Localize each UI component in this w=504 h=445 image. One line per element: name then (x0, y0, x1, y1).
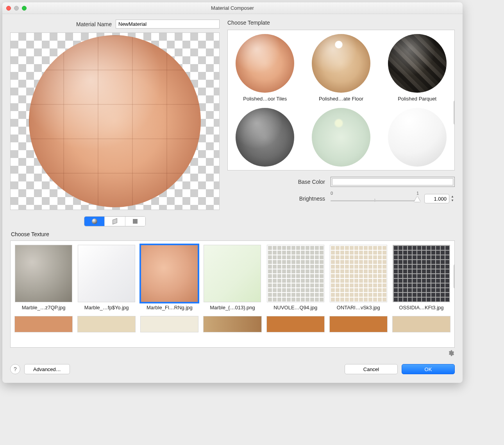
template-label: Polished Parquet (382, 96, 452, 102)
base-color-swatch[interactable] (331, 177, 455, 187)
cube-icon (113, 218, 117, 224)
material-name-label: Material Name (76, 21, 112, 27)
material-preview[interactable] (10, 32, 220, 210)
choose-texture-heading: Choose Texture (11, 231, 455, 237)
ok-button[interactable]: OK (402, 364, 455, 374)
texture-item[interactable] (266, 316, 325, 332)
template-preview-sphere (388, 108, 447, 167)
texture-thumbnail (78, 245, 135, 302)
titlebar: Material Composer (2, 2, 463, 14)
sphere-icon (92, 219, 97, 224)
texture-label: Marble_…z7QP.jpg (14, 305, 73, 310)
preview-sphere-button[interactable] (84, 217, 105, 226)
preview-shape-switch (84, 216, 146, 226)
material-name-input[interactable] (116, 20, 220, 29)
template-preview-sphere (236, 108, 294, 167)
preview-flat-button[interactable] (125, 217, 145, 226)
texture-thumbnail (393, 245, 450, 302)
template-preview-sphere (388, 34, 447, 93)
brightness-step-up[interactable]: ▲ (451, 195, 455, 198)
texture-item[interactable]: Marble_{…013}.png (203, 245, 261, 310)
template-preview-sphere (312, 34, 370, 93)
texture-thumbnail (141, 245, 198, 302)
texture-label: ONTARI…vSk3.jpg (329, 305, 388, 310)
template-list[interactable]: Polished…oor TilesPolished…ate FloorPoli… (227, 30, 455, 170)
texture-item[interactable] (203, 316, 261, 332)
settings-gear-icon[interactable] (447, 349, 455, 357)
help-button[interactable]: ? (10, 364, 20, 374)
template-item[interactable]: Polished Parquet (382, 32, 452, 102)
texture-item[interactable] (77, 316, 136, 332)
texture-item[interactable]: NUVOLE…Q94.jpg (266, 245, 325, 310)
template-item[interactable]: Polished…oor Tiles (230, 32, 300, 102)
preview-cube-button[interactable] (105, 217, 125, 226)
texture-label: NUVOLE…Q94.jpg (266, 305, 325, 310)
texture-item[interactable] (392, 316, 450, 332)
texture-label: OSSIDIA…KFt3.jpg (392, 305, 450, 310)
material-composer-window: Material Composer Material Name (2, 2, 463, 383)
brightness-min-label: 0 (331, 191, 333, 196)
template-item[interactable]: Polished…ate Floor (306, 32, 376, 102)
choose-template-heading: Choose Template (227, 20, 455, 26)
texture-item[interactable]: Marble_Fl…RNg.jpg (140, 245, 198, 310)
texture-label: Marble_…fp$Yo.jpg (77, 305, 136, 310)
texture-item[interactable] (140, 316, 198, 332)
texture-item[interactable] (14, 316, 73, 332)
base-color-label: Base Color (227, 179, 325, 185)
template-label: Polished…oor Tiles (230, 96, 300, 102)
template-label: Polished…ate Floor (306, 96, 376, 102)
cancel-button[interactable]: Cancel (345, 364, 398, 374)
texture-thumbnail (330, 245, 387, 302)
texture-item[interactable] (329, 316, 388, 332)
flat-icon (133, 219, 138, 224)
texture-scrollbar-thumb[interactable] (454, 264, 455, 289)
texture-thumbnail (204, 245, 261, 302)
brightness-label: Brightness (227, 196, 325, 202)
texture-thumbnail (267, 245, 324, 302)
texture-item[interactable]: Marble_…fp$Yo.jpg (77, 245, 136, 310)
template-preview-sphere (312, 108, 370, 167)
texture-item[interactable]: OSSIDIA…KFt3.jpg (392, 245, 450, 310)
texture-thumbnail (15, 245, 72, 302)
template-preview-sphere (236, 34, 294, 93)
advanced-button[interactable]: Advanced… (24, 364, 70, 374)
template-item[interactable] (306, 106, 376, 170)
texture-item[interactable]: ONTARI…vSk3.jpg (329, 245, 388, 310)
brightness-slider[interactable]: 0 1 (331, 193, 419, 204)
brightness-input[interactable] (424, 194, 449, 203)
texture-label: Marble_Fl…RNg.jpg (140, 305, 198, 310)
texture-label: Marble_{…013}.png (203, 305, 261, 310)
brightness-track (331, 200, 419, 201)
preview-sphere (29, 35, 201, 207)
texture-item[interactable]: Marble_…z7QP.jpg (14, 245, 73, 310)
template-item[interactable] (230, 106, 300, 170)
brightness-step-down[interactable]: ▼ (451, 199, 455, 202)
window-title: Material Composer (2, 5, 463, 11)
template-scrollbar-thumb[interactable] (454, 100, 455, 125)
texture-list[interactable]: Marble_…z7QP.jpgMarble_…fp$Yo.jpgMarble_… (10, 240, 455, 348)
template-item[interactable] (382, 106, 452, 170)
brightness-thumb[interactable] (414, 196, 420, 202)
brightness-max-label: 1 (416, 191, 419, 196)
